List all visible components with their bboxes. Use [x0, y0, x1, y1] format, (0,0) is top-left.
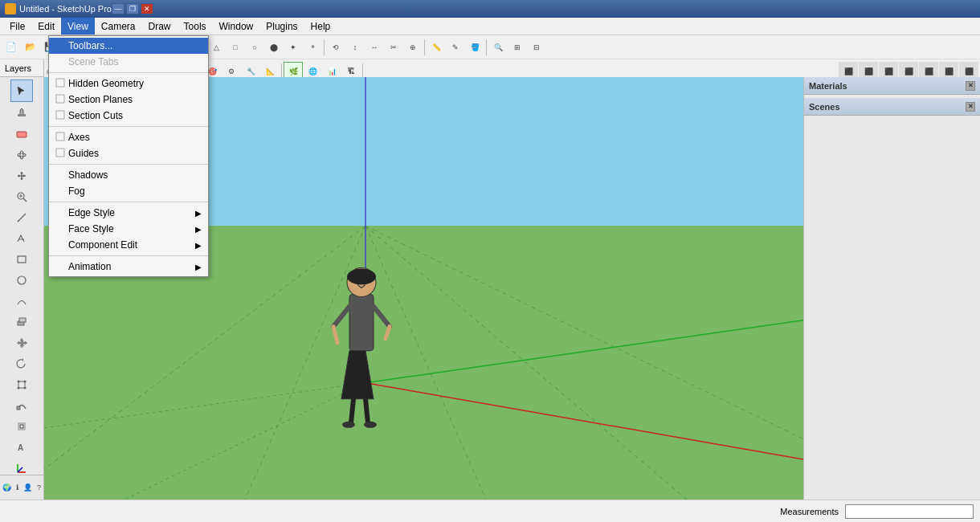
menu-item-fog[interactable]: Fog — [49, 183, 208, 199]
menu-item-component-edit[interactable]: Component Edit▶ — [49, 237, 208, 253]
window-controls[interactable]: — ❐ ✕ — [112, 3, 153, 14]
menu-separator-16 — [49, 255, 208, 256]
toolbar-btn-12[interactable]: ✦ — [284, 38, 303, 57]
minimize-button[interactable]: — — [112, 3, 125, 14]
menu-item-guides[interactable]: Guides — [49, 145, 208, 161]
tool-eraser[interactable] — [12, 124, 31, 144]
menu-item-hidden-geometry[interactable]: Hidden Geometry — [49, 75, 208, 92]
menu-view[interactable]: View — [61, 18, 95, 35]
left-toolbar: A — [0, 77, 43, 522]
tool-select[interactable] — [10, 80, 33, 102]
menu-separator-9 — [49, 164, 208, 165]
view-dropdown-menu: Toolbars...Scene TabsHidden GeometrySect… — [48, 35, 209, 277]
svg-rect-14 — [19, 318, 26, 322]
tool-paint[interactable] — [12, 104, 31, 123]
menu-edit[interactable]: Edit — [31, 18, 61, 35]
tool-move[interactable] — [12, 333, 31, 353]
scenes-panel-close[interactable]: ✕ — [966, 102, 975, 112]
toolbar-btn-9[interactable]: □ — [226, 38, 245, 57]
svg-rect-50 — [349, 295, 374, 351]
toolbar-btn-15[interactable]: ↕ — [345, 38, 365, 57]
submenu-arrow-icon: ▶ — [192, 225, 202, 234]
menu-item-edge-style[interactable]: Edge Style▶ — [49, 205, 208, 221]
close-button[interactable]: ✕ — [141, 3, 153, 14]
menu-separator-12 — [49, 202, 208, 202]
menu-camera[interactable]: Camera — [95, 18, 142, 35]
menu-item-toolbars[interactable]: Toolbars... — [49, 38, 208, 54]
menu-item-axes[interactable]: Axes — [49, 129, 208, 145]
svg-line-26 — [18, 467, 22, 472]
tool-rectangle[interactable] — [12, 250, 31, 269]
menu-item-animation[interactable]: Animation▶ — [49, 259, 208, 275]
menu-file[interactable]: File — [3, 18, 31, 35]
menu-draw[interactable]: Draw — [142, 18, 178, 35]
toolbar-btn-17[interactable]: ✂ — [384, 38, 403, 57]
menu-item-label: Fog — [68, 186, 202, 197]
geo-location-icon[interactable]: 🌍 — [2, 478, 12, 497]
toolbar-open[interactable]: 📂 — [21, 38, 40, 57]
menu-separator-6 — [49, 126, 208, 127]
tool-text[interactable]: A — [12, 438, 31, 457]
materials-panel-header[interactable]: Materials ✕ — [804, 77, 980, 95]
menu-window[interactable]: Window — [213, 18, 260, 35]
tool-zoom[interactable] — [12, 187, 31, 206]
toolbar-btn-21[interactable]: 🪣 — [465, 38, 484, 57]
tool-scale[interactable] — [12, 375, 31, 394]
svg-point-17 — [24, 381, 27, 383]
svg-line-9 — [18, 220, 19, 222]
toolbar-btn-14[interactable]: ⟲ — [326, 38, 345, 57]
instructor-icon[interactable]: ℹ — [15, 478, 19, 497]
menu-item-section-planes[interactable]: Section Planes — [49, 92, 208, 108]
menu-item-section-cuts[interactable]: Section Cuts — [49, 108, 208, 124]
user-icon[interactable]: 👤 — [22, 478, 33, 497]
submenu-arrow-icon: ▶ — [192, 241, 202, 250]
svg-rect-68 — [56, 149, 64, 157]
help-icon[interactable]: ? — [36, 478, 42, 497]
menu-help[interactable]: Help — [304, 18, 337, 35]
tool-offset[interactable] — [12, 417, 31, 436]
svg-rect-11 — [18, 256, 26, 263]
menu-check-icon — [55, 148, 68, 159]
svg-rect-64 — [56, 79, 64, 87]
menu-plugins[interactable]: Plugins — [259, 18, 304, 35]
tool-circle[interactable] — [12, 271, 31, 290]
toolbar-btn-13[interactable]: ⌖ — [303, 38, 322, 57]
toolbar-sep-5 — [424, 39, 425, 55]
maximize-button[interactable]: ❐ — [126, 3, 139, 14]
menu-tools[interactable]: Tools — [178, 18, 213, 35]
menu-item-scene-tabs[interactable]: Scene Tabs — [49, 54, 208, 70]
toolbar-btn-11[interactable]: ⬤ — [264, 38, 284, 57]
svg-point-16 — [18, 381, 20, 383]
tool-line[interactable] — [12, 229, 31, 248]
toolbar-btn-24[interactable]: ⊟ — [527, 38, 546, 57]
toolbar-btn-19[interactable]: 📏 — [427, 38, 446, 57]
svg-line-58 — [351, 399, 353, 423]
toolbar-btn-18[interactable]: ⊕ — [403, 38, 423, 57]
tool-orbit[interactable] — [12, 145, 31, 165]
titlebar: Untitled - SketchUp Pro — ❐ ✕ — [0, 0, 980, 18]
menu-item-label: Toolbars... — [68, 40, 202, 51]
svg-point-52 — [347, 268, 376, 284]
menu-check-icon — [55, 78, 68, 89]
toolbar-btn-23[interactable]: ⊞ — [508, 38, 527, 57]
toolbar-btn-20[interactable]: ✎ — [446, 38, 465, 57]
tool-measure[interactable] — [12, 208, 31, 227]
measurements-input[interactable] — [845, 504, 974, 519]
menu-item-shadows[interactable]: Shadows — [49, 167, 208, 183]
scenes-panel-header[interactable]: Scenes ✕ — [804, 98, 980, 116]
toolbar-btn-10[interactable]: ○ — [245, 38, 264, 57]
toolbar-btn-22[interactable]: 🔍 — [488, 38, 508, 57]
menu-item-label: Section Cuts — [68, 110, 202, 121]
tool-arc[interactable] — [12, 292, 31, 311]
tool-follow[interactable] — [12, 396, 31, 415]
tool-rotate[interactable] — [12, 354, 31, 373]
tool-pushpull[interactable] — [12, 312, 31, 332]
toolbar-btn-8[interactable]: △ — [206, 38, 226, 57]
toolbar-new[interactable]: 📄 — [2, 38, 21, 57]
toolbar-btn-16[interactable]: ↔ — [365, 38, 384, 57]
menu-item-face-style[interactable]: Face Style▶ — [49, 221, 208, 237]
materials-panel-close[interactable]: ✕ — [966, 81, 975, 91]
menu-item-label: Scene Tabs — [68, 56, 202, 67]
tool-pan[interactable] — [12, 166, 31, 186]
svg-point-19 — [24, 387, 27, 389]
